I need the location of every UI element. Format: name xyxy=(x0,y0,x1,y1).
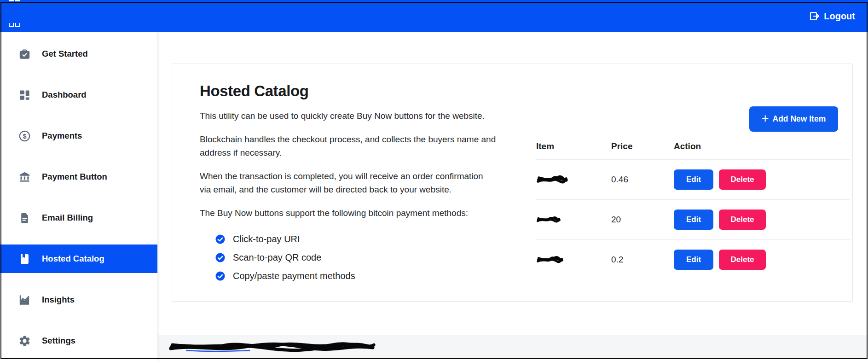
edit-button[interactable]: Edit xyxy=(674,250,713,270)
check-circle-icon xyxy=(215,234,226,245)
chart-line-icon xyxy=(18,294,31,306)
edit-button[interactable]: Edit xyxy=(674,210,713,230)
hosted-catalog-page: Logout Get Started xyxy=(0,0,868,361)
logo-fragment xyxy=(9,23,14,27)
item-name-cell xyxy=(536,215,611,225)
item-name-cell xyxy=(536,175,611,185)
column-header-price: Price xyxy=(611,141,674,151)
bank-icon xyxy=(18,171,31,183)
logo-fragment xyxy=(15,23,20,27)
sidebar-item-label: Get Started xyxy=(42,49,88,59)
intro-paragraph: Blockchain handles the checkout process,… xyxy=(200,133,540,159)
sidebar-item-label: Payments xyxy=(42,131,82,141)
sidebar-item-label: Settings xyxy=(42,336,75,346)
delete-button[interactable]: Delete xyxy=(719,210,766,230)
sidebar-item-label: Email Billing xyxy=(42,213,93,223)
description-column: Hosted Catalog This utility can be used … xyxy=(200,82,540,285)
item-name-cell xyxy=(536,255,611,265)
plus-icon: + xyxy=(762,111,769,126)
logo-fragment xyxy=(15,0,20,1)
sidebar-item-get-started[interactable]: Get Started xyxy=(0,40,157,68)
edit-button[interactable]: Edit xyxy=(674,169,713,190)
logo-fragment xyxy=(9,0,14,1)
briefcase-check-icon xyxy=(18,48,31,60)
check-circle-icon xyxy=(215,252,226,263)
svg-text:$: $ xyxy=(23,132,26,140)
logout-button[interactable]: Logout xyxy=(809,11,855,22)
logout-label: Logout xyxy=(824,11,855,22)
redacted-footer-text xyxy=(168,341,377,352)
dashboard-grid-icon xyxy=(18,89,31,101)
redacted-item-name xyxy=(536,255,564,265)
footer-bar xyxy=(158,335,868,358)
price-value: 20 xyxy=(611,215,621,224)
hosted-catalog-card: Hosted Catalog This utility can be used … xyxy=(172,64,853,302)
check-circle-icon xyxy=(215,271,226,281)
intro-paragraph: When the transaction is completed, you w… xyxy=(200,169,540,196)
payment-method-item: Click-to-pay URI xyxy=(215,230,540,248)
table-row: 0.46 Edit Delete xyxy=(536,160,850,200)
document-icon xyxy=(18,212,31,224)
table-row: 20 Edit Delete xyxy=(536,200,850,240)
sidebar-item-email-billing[interactable]: Email Billing xyxy=(0,204,157,232)
sidebar-item-settings[interactable]: Settings xyxy=(0,326,157,355)
add-new-item-label: Add New Item xyxy=(773,114,826,124)
sidebar-item-payments[interactable]: $ Payments xyxy=(0,122,157,150)
column-header-action: Action xyxy=(674,141,850,151)
journal-icon xyxy=(18,253,31,265)
intro-paragraph: The Buy Now buttons support the followin… xyxy=(200,206,540,220)
table-row: 0.2 Edit Delete xyxy=(536,240,850,279)
redacted-item-name xyxy=(536,175,568,185)
dollar-circle-icon: $ xyxy=(18,130,31,142)
delete-button[interactable]: Delete xyxy=(719,169,766,190)
sign-out-icon xyxy=(809,11,820,22)
sidebar-item-label: Payment Button xyxy=(42,172,107,182)
gear-icon xyxy=(18,335,31,347)
sidebar-item-insights[interactable]: Insights xyxy=(0,285,157,314)
top-header-bar: Logout xyxy=(0,0,868,32)
sidebar-item-payment-button[interactable]: Payment Button xyxy=(0,163,157,191)
main-content: Hosted Catalog This utility can be used … xyxy=(158,32,868,361)
payment-method-label: Copy/paste payment methods xyxy=(233,271,355,281)
sidebar-item-dashboard[interactable]: Dashboard xyxy=(0,81,157,109)
delete-button[interactable]: Delete xyxy=(719,250,766,270)
price-value: 0.46 xyxy=(611,175,628,184)
payment-method-label: Scan-to-pay QR code xyxy=(233,252,321,263)
add-new-item-button[interactable]: + Add New Item xyxy=(749,106,838,132)
table-header-row: Item Price Action xyxy=(536,133,850,160)
sidebar-item-label: Insights xyxy=(42,295,75,305)
sidebar-item-hosted-catalog[interactable]: Hosted Catalog xyxy=(0,245,157,273)
payment-methods-list: Click-to-pay URI Scan-to-pay QR code xyxy=(215,230,540,285)
price-value: 0.2 xyxy=(611,255,623,264)
catalog-items-table: Item Price Action 0.46 xyxy=(536,133,850,279)
page-title: Hosted Catalog xyxy=(200,82,540,100)
payment-method-label: Click-to-pay URI xyxy=(233,234,300,245)
intro-paragraph: This utility can be used to quickly crea… xyxy=(200,109,540,122)
payment-method-item: Copy/paste payment methods xyxy=(215,267,540,285)
sidebar-nav: Get Started Dashboard $ Payments xyxy=(0,32,158,361)
sidebar-item-label: Dashboard xyxy=(42,90,87,100)
payment-method-item: Scan-to-pay QR code xyxy=(215,248,540,267)
column-header-item: Item xyxy=(536,141,611,151)
sidebar-item-label: Hosted Catalog xyxy=(42,254,104,264)
redacted-item-name xyxy=(536,215,561,225)
